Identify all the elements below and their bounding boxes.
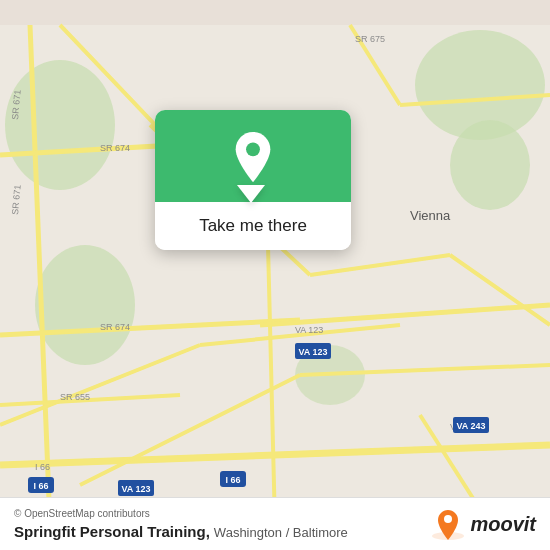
svg-text:SR 674: SR 674 [100, 143, 130, 153]
moovit-brand-icon [432, 508, 464, 540]
svg-text:I 66: I 66 [225, 475, 240, 485]
svg-point-4 [35, 245, 135, 365]
attribution-text: © OpenStreetMap contributors [14, 508, 348, 519]
popup-card: Take me there [155, 110, 351, 250]
svg-text:I 66: I 66 [35, 462, 50, 472]
svg-point-1 [5, 60, 115, 190]
svg-text:VA 123: VA 123 [298, 347, 327, 357]
take-me-there-button[interactable]: Take me there [155, 202, 351, 250]
popup-tail [237, 185, 265, 203]
svg-point-45 [246, 142, 260, 156]
business-info: Springfit Personal Training, Washington … [14, 521, 348, 540]
svg-text:SR 674: SR 674 [100, 322, 130, 332]
svg-text:I 66: I 66 [33, 481, 48, 491]
map-background: SR 671 SR 671 SR 674 SR 675 SR 674 SR 65… [0, 0, 550, 550]
svg-text:VA 123: VA 123 [295, 325, 323, 335]
svg-text:VA 243: VA 243 [456, 421, 485, 431]
location-subtitle: Washington / Baltimore [214, 525, 348, 540]
svg-text:SR 655: SR 655 [60, 392, 90, 402]
svg-point-3 [450, 120, 530, 210]
svg-text:Vienna: Vienna [410, 208, 451, 223]
moovit-brand-text: moovit [470, 513, 536, 536]
bottom-left-info: © OpenStreetMap contributors Springfit P… [14, 508, 348, 540]
svg-text:SR 675: SR 675 [355, 34, 385, 44]
svg-text:VA 123: VA 123 [121, 484, 150, 494]
bottom-bar: © OpenStreetMap contributors Springfit P… [0, 497, 550, 550]
business-name: Springfit Personal Training, [14, 523, 210, 540]
svg-point-47 [444, 515, 452, 523]
moovit-logo: moovit [432, 508, 536, 540]
map-container: SR 671 SR 671 SR 674 SR 675 SR 674 SR 65… [0, 0, 550, 550]
location-pin-icon [227, 132, 279, 184]
